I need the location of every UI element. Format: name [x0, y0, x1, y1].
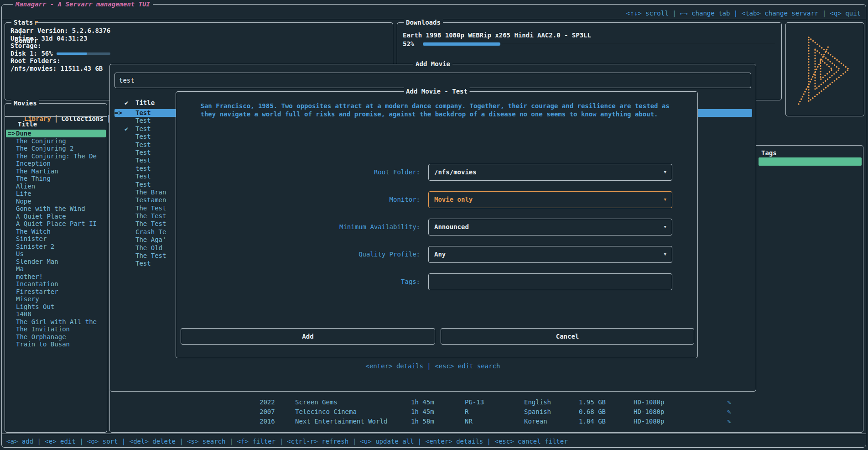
movie-list-item[interactable]: Incantation: [6, 280, 106, 288]
movie-list-item[interactable]: Sinister 2: [6, 243, 106, 251]
stats-panel-title: Stats: [11, 18, 35, 26]
movie-title: A Quiet Place: [16, 213, 66, 220]
cell-quality: HD-1080p: [634, 407, 727, 417]
field-input[interactable]: /nfs/movies▼: [428, 164, 672, 181]
movie-list-item[interactable]: Nope: [6, 198, 106, 205]
result-title: Test: [135, 173, 151, 180]
result-title: Test: [135, 117, 151, 124]
disk-usage-label: Disk 1: 56%: [10, 50, 53, 57]
movie-list-item[interactable]: A Quiet Place: [6, 213, 106, 220]
movie-list-item[interactable]: Inception: [6, 160, 106, 167]
movie-list-item[interactable]: A Quiet Place Part II: [6, 220, 106, 228]
field-input[interactable]: Any▼: [428, 246, 672, 263]
result-title: The Old: [135, 244, 162, 251]
cell-year: 2016: [260, 417, 295, 426]
movie-list-item[interactable]: Lights Out: [6, 303, 106, 311]
result-title: Test: [135, 133, 151, 140]
modal-title: Add Movie - Test: [404, 87, 470, 95]
cell-studio: Screen Gems: [295, 398, 411, 407]
movie-list-item[interactable]: Misery: [6, 295, 106, 303]
movie-title: A Quiet Place Part II: [16, 220, 97, 227]
movie-title: The Invitation: [16, 325, 70, 333]
movie-list-item[interactable]: Alien: [6, 183, 106, 190]
field-label: Root Folder:: [176, 164, 420, 181]
add-movie-form: Root Folder: /nfs/movies▼ Monitor: Movie…: [176, 164, 697, 301]
movie-title: Slender Man: [16, 258, 58, 265]
form-field-row: Quality Profile: Any▼: [176, 246, 697, 263]
movie-list-item[interactable]: Train to Busan: [6, 340, 106, 348]
movie-title: The Witch: [16, 228, 51, 235]
selection-marker: =>: [114, 109, 125, 117]
movie-title: Firestarter: [16, 288, 58, 295]
movie-list-item[interactable]: The Girl with All the: [6, 318, 106, 326]
movie-title: Us: [16, 250, 24, 257]
movie-list-item[interactable]: mother!: [6, 273, 106, 281]
cell-runtime: 1h 58m: [411, 417, 465, 426]
result-title: Test: [135, 141, 151, 148]
field-input[interactable]: [428, 273, 672, 290]
form-field-row: Monitor: Movie only▼: [176, 191, 697, 208]
movie-list-item[interactable]: Us: [6, 250, 106, 258]
field-input[interactable]: Announced▼: [428, 219, 672, 235]
movie-list-item[interactable]: The Conjuring: The De: [6, 152, 106, 160]
field-input[interactable]: Movie only▼: [428, 191, 672, 208]
movie-title: The Conjuring: The De: [16, 152, 97, 160]
monitored-icon: ✎: [727, 407, 731, 417]
cell-year: 2022: [260, 398, 295, 407]
cancel-button[interactable]: Cancel: [441, 328, 694, 345]
movie-list-item[interactable]: Slender Man: [6, 258, 106, 266]
movie-list-item[interactable]: The Orphanage: [6, 333, 106, 341]
movie-title: 1408: [16, 310, 31, 318]
chevron-down-icon: ▼: [664, 192, 666, 208]
result-title: The Aga': [135, 236, 166, 243]
movie-list-item[interactable]: The Martian: [6, 167, 106, 175]
movie-list-item[interactable]: Gone with the Wind: [6, 205, 106, 213]
keybind-help-top: <↑↓> scroll | ←→ change tab | <tab> chan…: [626, 9, 861, 18]
movie-list-item[interactable]: Firestarter: [6, 288, 106, 296]
movie-search-input[interactable]: [114, 73, 751, 88]
disk-usage-bar-fill: [57, 52, 87, 55]
table-row[interactable]: 2016Next Entertainment World1h 58mNRKore…: [111, 417, 862, 426]
movie-title: Dune: [16, 130, 31, 137]
movies-tabs-divider: [5, 116, 107, 117]
result-title: The Bran: [135, 188, 166, 196]
tags-column-header: Tags: [761, 149, 777, 157]
movie-title: Life: [16, 190, 31, 197]
results-title-header: Title: [135, 99, 155, 106]
movie-title: Alien: [16, 183, 35, 190]
movie-list-item[interactable]: The Conjuring: [6, 137, 106, 145]
movies-title-column-header: Title: [18, 120, 37, 128]
result-title: Crash Te: [135, 228, 166, 235]
cell-size: 0.68 GB: [579, 407, 634, 417]
movie-list-item[interactable]: 1408: [6, 310, 106, 318]
result-title: Test: [135, 181, 151, 188]
in-library-check-icon: ✔: [125, 125, 135, 133]
movie-list-item[interactable]: The Invitation: [6, 325, 106, 333]
movie-list-item[interactable]: The Conjuring 2: [6, 145, 106, 152]
selection-marker: =>: [8, 130, 16, 137]
result-title: The Test: [135, 212, 166, 220]
movie-title: Train to Busan: [16, 340, 70, 348]
form-field-row: Root Folder: /nfs/movies▼: [176, 164, 697, 181]
movie-list-item[interactable]: Life: [6, 190, 106, 198]
movie-title: mother!: [16, 273, 43, 280]
result-title: Test: [135, 125, 151, 132]
movie-title: Lights Out: [16, 303, 54, 310]
movie-list-item[interactable]: Ma: [6, 265, 106, 273]
field-value: Announced: [434, 223, 469, 230]
storage-label: Storage:: [10, 42, 389, 50]
movie-title: Incantation: [16, 280, 58, 288]
table-row[interactable]: 2022Screen Gems1h 45mPG-13English1.95 GB…: [111, 398, 862, 407]
movie-description: San Francisco, 1985. Two opposites attra…: [201, 102, 673, 118]
result-title: Testamen: [135, 196, 166, 204]
movie-list-item[interactable]: The Witch: [6, 228, 106, 235]
movie-list-item[interactable]: The Thing: [6, 175, 106, 183]
result-title: Test: [135, 260, 151, 267]
download-progress-fill: [423, 42, 500, 46]
table-row[interactable]: 2007Telecinco Cinema1h 45mRSpanish0.68 G…: [111, 407, 862, 417]
cell-year: 2007: [260, 407, 295, 417]
movie-list-item[interactable]: Sinister: [6, 235, 106, 243]
add-movie-title: Add Movie: [413, 60, 452, 68]
movie-list-item[interactable]: =>Dune: [6, 130, 106, 137]
add-button[interactable]: Add: [181, 328, 435, 345]
